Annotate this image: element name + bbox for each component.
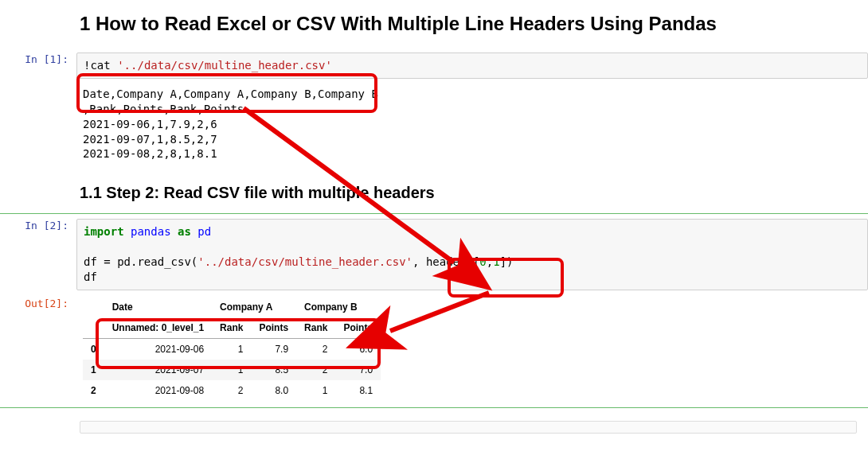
table-header-row-sub: Unnamed: 0_level_1 Rank Points Rank Poin… (83, 317, 381, 339)
code2-comma-sp: , (412, 255, 426, 268)
cell-divider-top (0, 213, 868, 214)
text-output-1: Date,Company A,Company A,Company B,Compa… (76, 85, 868, 163)
cell: 8.0 (251, 380, 296, 401)
cell: 2021-09-08 (104, 380, 212, 401)
cell: 2021-09-07 (104, 360, 212, 380)
th-points-b: Points (335, 317, 381, 339)
cell: 7.9 (251, 338, 296, 360)
cell: 2 (296, 360, 335, 380)
table-row: 1 2021-09-07 1 8.5 2 7.0 (83, 360, 381, 380)
csv-line-3: 2021-09-07,1,8.5,2,7 (83, 133, 217, 146)
th-company-a: Company A (212, 297, 296, 317)
th-blank-1 (83, 317, 104, 339)
cell: 8.5 (251, 360, 296, 380)
code2-alias: pd (197, 225, 211, 238)
code1-sp (111, 59, 117, 72)
th-company-b: Company B (296, 297, 381, 317)
code2-comma: , (487, 255, 493, 268)
code-input-1[interactable]: !cat '../data/csv/multine_header.csv' (76, 53, 868, 79)
code2-assign: df = pd.read_csv( (84, 255, 197, 268)
table-header-row-top: Date Company A Company B (83, 297, 381, 317)
cell: 2021-09-06 (104, 338, 212, 360)
th-points-a: Points (251, 317, 296, 339)
row-idx-1: 1 (83, 360, 104, 380)
table-row: 0 2021-09-06 1 7.9 2 6.0 (83, 338, 381, 360)
next-cell-peek (80, 421, 857, 434)
code1-str: '../data/csv/multine_header.csv' (117, 59, 332, 72)
csv-line-2: 2021-09-06,1,7.9,2,6 (83, 118, 217, 130)
prompt-in-1: In [1]: (0, 53, 76, 67)
code2-rbr: ]) (500, 255, 514, 268)
code2-mod: pandas (131, 225, 171, 238)
code1-cmd: cat (90, 59, 110, 72)
csv-line-4: 2021-09-08,2,8,1,8.1 (83, 147, 217, 160)
csv-line-0: Date,Company A,Company A,Company B,Compa… (83, 88, 378, 100)
cell: 6.0 (335, 338, 381, 360)
dataframe-table: Date Company A Company B Unnamed: 0_leve… (83, 297, 381, 401)
row-idx-2: 2 (83, 380, 104, 401)
th-rank-b: Rank (296, 317, 335, 339)
code2-header-kw: header (426, 255, 467, 268)
cell: 2 (212, 380, 251, 401)
code2-str: '../data/csv/multine_header.csv' (197, 255, 412, 268)
code-input-2[interactable]: import pandas as pd df = pd.read_csv('..… (76, 219, 868, 290)
code2-n1: 1 (493, 255, 499, 268)
code2-import: import (84, 225, 124, 238)
cell: 7.0 (335, 360, 381, 380)
section-heading-1: 1 How to Read Excel or CSV With Multiple… (0, 13, 868, 35)
th-blank-0 (83, 297, 104, 317)
cell: 8.1 (335, 380, 381, 401)
cell: 1 (212, 360, 251, 380)
th-date: Date (104, 297, 212, 317)
row-idx-0: 0 (83, 338, 104, 360)
code2-n0: 0 (479, 255, 486, 268)
cell: 1 (296, 380, 335, 401)
th-unnamed: Unnamed: 0_level_1 (104, 317, 212, 339)
section-heading-1-1: 1.1 Step 2: Read CSV file with multiple … (0, 184, 868, 202)
prompt-out-2: Out[2]: (0, 297, 76, 311)
cell: 1 (212, 338, 251, 360)
cell-divider-bottom (0, 407, 868, 408)
th-rank-a: Rank (212, 317, 251, 339)
cell: 2 (296, 338, 335, 360)
dataframe-output: Date Company A Company B Unnamed: 0_leve… (76, 297, 868, 401)
code2-as: as (178, 225, 191, 238)
code2-eq: = (466, 255, 472, 268)
csv-line-1: ,Rank,Points,Rank,Points (83, 103, 244, 115)
table-row: 2 2021-09-08 2 8.0 1 8.1 (83, 380, 381, 401)
code2-last: df (84, 270, 97, 283)
prompt-in-2: In [2]: (0, 219, 76, 233)
